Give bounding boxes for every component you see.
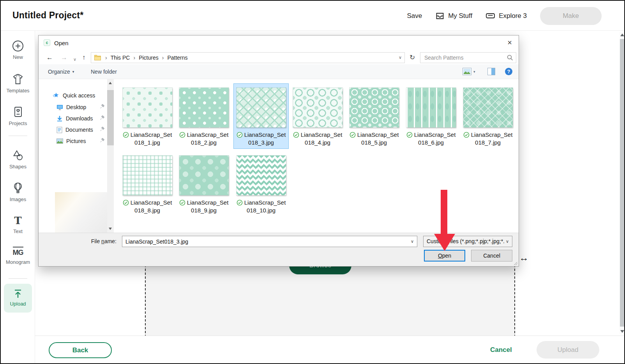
breadcrumb-separator-icon: › — [133, 55, 135, 61]
places-documents[interactable]: Documents — [56, 126, 93, 134]
file-thumbnail[interactable] — [179, 88, 229, 127]
file-thumbnail[interactable] — [293, 88, 343, 127]
nav-back-icon[interactable]: ← — [46, 54, 53, 62]
explore-machine-button[interactable]: Explore 3 — [486, 11, 527, 21]
sync-check-icon — [123, 132, 129, 138]
scrollbar-thumb[interactable] — [620, 39, 625, 327]
file-item-4[interactable]: LianaScrap_Set018_4.jpg — [290, 84, 345, 148]
sidebar-item-text[interactable]: T Text — [1, 215, 35, 234]
file-thumbnail[interactable] — [350, 88, 399, 127]
file-item-9[interactable]: LianaScrap_Set018_9.jpg — [177, 152, 231, 216]
sidebar-label: Text — [13, 228, 23, 234]
file-type-select[interactable]: Custom Files (*.png;*.pjp;*.jpg;*. ∨ — [423, 236, 512, 247]
help-button[interactable]: ? — [505, 68, 512, 75]
scroll-down-arrow-icon[interactable] — [109, 228, 112, 230]
sidebar-item-shapes[interactable]: Shapes — [1, 149, 35, 170]
breadcrumb-pictures[interactable]: Pictures — [139, 55, 159, 61]
sync-check-icon — [123, 200, 129, 206]
scrollbar-thumb[interactable] — [107, 90, 114, 145]
picture-icon — [56, 138, 63, 144]
chevron-down-icon[interactable]: ∨ — [411, 239, 414, 244]
project-title[interactable]: Untitled Project* — [12, 10, 83, 21]
scroll-down-arrow-icon[interactable] — [620, 330, 624, 333]
sidebar-item-monogram[interactable]: MG Monogram — [1, 247, 35, 265]
sidebar-item-projects[interactable]: Projects — [1, 106, 35, 126]
pin-icon — [100, 138, 105, 143]
address-dropdown-chevron-icon[interactable]: ∨ — [399, 55, 402, 60]
my-stuff-button[interactable]: My Stuff — [435, 11, 472, 21]
new-folder-button[interactable]: New folder — [91, 64, 117, 79]
file-thumbnail[interactable] — [406, 88, 456, 127]
file-name-input[interactable] — [122, 236, 405, 247]
file-item-6[interactable]: LianaScrap_Set018_6.jpg — [404, 84, 458, 148]
change-view-button[interactable]: ▾ — [463, 68, 475, 75]
dialog-cancel-button[interactable]: Cancel — [471, 250, 512, 262]
file-item-10[interactable]: LianaScrap_Set018_10.jpg — [234, 152, 288, 216]
plus-circle-icon — [1, 40, 35, 52]
file-thumbnail[interactable] — [463, 88, 513, 127]
file-thumbnail[interactable] — [237, 155, 286, 195]
pin-icon — [100, 104, 105, 109]
back-button[interactable]: Back — [49, 342, 112, 358]
file-thumbnail[interactable] — [123, 88, 172, 127]
cricut-machine-icon — [486, 11, 495, 21]
file-thumbnail[interactable] — [123, 155, 172, 195]
screen: Untitled Project* Save My Stuff — [0, 0, 625, 364]
file-name: LianaScrap_Set — [301, 131, 343, 139]
places-desktop[interactable]: Desktop — [56, 103, 86, 111]
search-input[interactable] — [420, 53, 505, 63]
make-button[interactable]: Make — [540, 7, 602, 25]
nav-recent-chevron-icon[interactable]: ∨ — [73, 55, 76, 63]
sidebar-item-templates[interactable]: Templates — [1, 73, 35, 94]
address-bar[interactable]: › This PC › Pictures › Patterns ∨ — [91, 52, 405, 63]
sidebar-item-images[interactable]: Images — [1, 182, 35, 202]
save-button[interactable]: Save — [407, 12, 422, 20]
breadcrumb-patterns[interactable]: Patterns — [167, 55, 187, 61]
file-item-8[interactable]: LianaScrap_Set018_8.jpg — [120, 152, 175, 216]
open-button[interactable]: Open — [424, 250, 465, 262]
file-item-5[interactable]: LianaScrap_Set018_5.jpg — [347, 84, 401, 148]
chevron-down-icon: ∨ — [506, 236, 509, 247]
pane-scrollbar[interactable] — [107, 79, 114, 233]
places-label: Documents — [65, 127, 93, 133]
places-pictures[interactable]: Pictures — [56, 137, 86, 145]
dialog-titlebar[interactable]: c Open × — [39, 35, 519, 50]
preview-pane-button[interactable] — [487, 68, 495, 75]
file-thumbnail[interactable] — [179, 155, 229, 195]
back-label: Back — [72, 346, 88, 354]
file-name-combo[interactable]: ∨ — [122, 236, 417, 247]
file-item-7[interactable]: LianaScrap_Set018_7.jpg — [461, 84, 515, 148]
page-scrollbar[interactable] — [620, 32, 625, 334]
make-label: Make — [563, 12, 579, 20]
close-icon[interactable]: × — [504, 37, 516, 48]
scroll-up-arrow-icon[interactable] — [620, 34, 624, 36]
sidebar-item-upload[interactable]: Upload — [4, 284, 32, 313]
upload-label: Upload — [558, 346, 579, 354]
text-icon: T — [1, 215, 35, 226]
monogram-icon: MG — [1, 247, 35, 257]
refresh-icon[interactable]: ↻ — [410, 54, 415, 62]
cancel-label: Cancel — [490, 346, 512, 353]
scroll-up-arrow-icon[interactable] — [109, 82, 112, 84]
resize-grip[interactable] — [514, 261, 517, 265]
file-item-3-selected[interactable]: LianaScrap_Set018_3.jpg — [234, 84, 288, 148]
places-quick-access[interactable]: Quick access — [53, 92, 95, 99]
sync-check-icon — [179, 200, 185, 206]
preview-pane-icon — [487, 68, 495, 75]
file-name-label: File name: — [79, 238, 117, 244]
file-name: LianaScrap_Set — [414, 131, 456, 139]
nav-up-icon[interactable]: ↑ — [82, 54, 86, 62]
sidebar-item-new[interactable]: New — [1, 40, 35, 60]
search-box[interactable] — [420, 52, 516, 63]
nav-forward-icon[interactable]: → — [61, 54, 67, 62]
file-thumbnail[interactable] — [237, 88, 286, 127]
upload-button-disabled[interactable]: Upload — [537, 341, 599, 359]
cancel-link[interactable]: Cancel — [490, 346, 512, 354]
folder-icon — [94, 55, 101, 60]
file-item-2[interactable]: LianaScrap_Set018_2.jpg — [177, 84, 231, 148]
organize-menu[interactable]: Organize ▾ — [48, 64, 74, 79]
places-downloads[interactable]: Downloads — [56, 115, 93, 122]
file-item-1[interactable]: LianaScrap_Set018_1.jpg — [120, 84, 175, 148]
breadcrumb-this-pc[interactable]: This PC — [111, 55, 130, 61]
file-type-value: Custom Files (*.png;*.pjp;*.jpg;*. — [427, 238, 505, 244]
